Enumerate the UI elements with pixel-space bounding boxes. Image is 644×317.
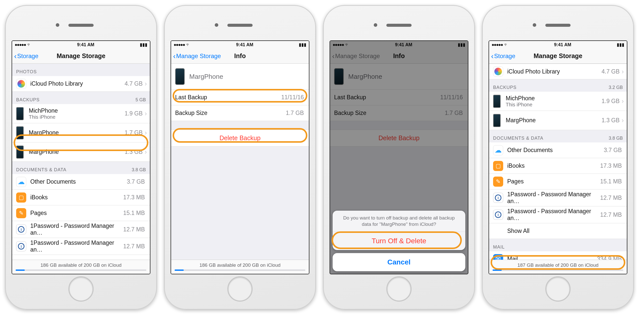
photos-app-icon (16, 79, 26, 89)
chevron-left-icon: ‹ (173, 52, 176, 60)
signal-wifi: ●●●●● ᯤ (492, 42, 508, 47)
cell-icloud-photo-library[interactable]: iCloud Photo Library 4.7 GB › (489, 64, 627, 79)
content-scroll[interactable]: iCloud Photo Library 4.7 GB › BACKUPS 3.… (489, 64, 627, 274)
nav-bar: ‹ Manage Storage Info (171, 48, 309, 64)
cell-other-documents[interactable]: ☁ Other Documents 3.7 GB (489, 142, 627, 158)
cell-label: Other Documents (507, 147, 604, 154)
front-camera (374, 23, 377, 27)
speaker-grille (545, 24, 571, 27)
cell-ibooks[interactable]: ▢ iBooks 17.3 MB (12, 190, 150, 205)
battery-icon: ▮▮▮ (299, 42, 306, 47)
home-button[interactable] (68, 276, 94, 302)
section-header-photos: PHOTOS (12, 64, 150, 76)
cloud-icon: ☁ (493, 145, 503, 155)
battery-icon: ▮▮▮ (617, 42, 624, 47)
section-header-documents: DOCUMENTS & DATA 3.8 GB (489, 130, 627, 142)
cell-1password-1[interactable]: 1Password - Password Manager an… 12.7 MB (489, 189, 627, 206)
section-right: 5 GB (136, 97, 146, 103)
turn-off-and-delete-button[interactable]: Turn Off & Delete (333, 232, 465, 250)
cell-pages[interactable]: ✎ Pages 15.1 MB (12, 205, 150, 221)
onepassword-app-icon (16, 241, 26, 251)
cell-value: 1.3 GB (125, 149, 143, 155)
cell-label: 1Password - Password Manager an… (507, 191, 600, 205)
cell-value: 3.7 GB (604, 147, 622, 154)
cell-label: Other Documents (30, 178, 127, 185)
screen-4: ●●●●● ᯤ 9:41 AM ▮▮▮ ‹ Storage Manage Sto… (489, 40, 627, 274)
cell-value: 11/11/16 (281, 94, 304, 101)
device-header: MargPhone (171, 64, 309, 90)
back-label: Manage Storage (176, 53, 221, 60)
chevron-right-icon: › (622, 97, 624, 105)
front-camera (533, 23, 536, 27)
section-right: 3.2 GB (609, 85, 623, 90)
section-label: DOCUMENTS & DATA (493, 136, 543, 141)
cell-value: 1.3 GB (602, 117, 620, 124)
device-icon (16, 126, 24, 139)
cell-value: 17.3 MB (123, 194, 145, 201)
iphone-frame-3: ●●●●● ᯤ 9:41 AM ▮▮▮ ‹ Manage Storage Inf… (323, 5, 475, 310)
section-right: 3.8 GB (609, 136, 623, 141)
cell-sublabel: This iPhone (29, 114, 125, 120)
cell-value: 1.7 GB (286, 110, 304, 116)
back-button[interactable]: ‹ Manage Storage (173, 52, 221, 60)
cell-backup-size: Backup Size 1.7 GB (171, 105, 309, 121)
cell-pages[interactable]: ✎ Pages 15.1 MB (489, 174, 627, 189)
home-button[interactable] (386, 276, 412, 302)
action-sheet-card: Do you want to turn off backup and delet… (333, 211, 465, 250)
speaker-grille (227, 24, 253, 27)
chevron-right-icon: › (145, 129, 147, 137)
iphone-frame-4: ●●●●● ᯤ 9:41 AM ▮▮▮ ‹ Storage Manage Sto… (482, 5, 634, 310)
section-header-backups: BACKUPS 5 GB (12, 92, 150, 104)
cell-label: iBooks (30, 194, 123, 201)
cell-show-all[interactable]: Show All (489, 223, 627, 239)
cell-label: 1Password - Password Manager an… (30, 239, 123, 253)
cell-icloud-photo-library[interactable]: iCloud Photo Library 4.7 GB › (12, 76, 150, 92)
cell-sublabel: This iPhone (506, 102, 602, 108)
content-scroll[interactable]: PHOTOS iCloud Photo Library 4.7 GB › BAC… (12, 64, 150, 274)
speaker-grille (386, 24, 412, 27)
photos-app-icon (493, 66, 503, 77)
section-label: BACKUPS (16, 97, 40, 103)
delete-backup-button[interactable]: Delete Backup (171, 130, 309, 147)
cell-1password-1[interactable]: 1Password - Password Manager an… 12.7 MB (12, 221, 150, 238)
signal-wifi: ●●●●● ᯤ (174, 42, 191, 47)
device-icon (493, 95, 501, 108)
cell-label: MargPhone (29, 149, 125, 155)
cell-label: iCloud Photo Library (507, 68, 602, 75)
footer-text: 187 GB available of 200 GB on iCloud (493, 262, 623, 268)
show-all-label: Show All (507, 228, 529, 234)
nav-title: Info (234, 52, 246, 60)
cell-value: 12.7 MB (600, 211, 622, 218)
cell-1password-2[interactable]: 1Password - Password Manager an… 12.7 MB (12, 238, 150, 255)
ibooks-app-icon: ▢ (493, 161, 503, 171)
cell-value: 12.7 MB (123, 226, 145, 233)
cell-label: 1Password - Password Manager an… (507, 208, 600, 222)
status-bar: ●●●●● ᯤ 9:41 AM ▮▮▮ (489, 41, 627, 48)
screen-3: ●●●●● ᯤ 9:41 AM ▮▮▮ ‹ Manage Storage Inf… (330, 40, 468, 274)
device-icon (16, 145, 24, 159)
cell-label: MargPhone (506, 117, 602, 124)
status-bar: ●●●●● ᯤ 9:41 AM ▮▮▮ (12, 41, 150, 48)
home-button[interactable] (545, 276, 571, 302)
cell-ibooks[interactable]: ▢ iBooks 17.3 MB (489, 158, 627, 174)
status-bar: ●●●●● ᯤ 9:41 AM ▮▮▮ (171, 41, 309, 48)
cell-1password-2[interactable]: 1Password - Password Manager an… 12.7 MB (489, 206, 627, 223)
storage-footer: 186 GB available of 200 GB on iCloud (171, 260, 309, 274)
cell-other-documents[interactable]: ☁ Other Documents 3.7 GB (12, 174, 150, 190)
cell-value: 4.7 GB (602, 68, 620, 75)
cell-backup-michphone[interactable]: MichPhone This iPhone 1.9 GB › (489, 92, 627, 111)
section-label: BACKUPS (493, 85, 517, 90)
iphone-frame-2: ●●●●● ᯤ 9:41 AM ▮▮▮ ‹ Manage Storage Inf… (164, 5, 316, 310)
home-button[interactable] (227, 276, 253, 302)
front-camera (215, 23, 218, 27)
cancel-button[interactable]: Cancel (333, 253, 465, 271)
cell-value: 4.7 GB (125, 80, 143, 87)
cell-backup-margphone-2[interactable]: MargPhone 1.3 GB › (12, 142, 150, 162)
cell-backup-margphone-1[interactable]: MargPhone 1.7 GB › (12, 123, 150, 142)
cell-backup-margphone[interactable]: MargPhone 1.3 GB › (489, 111, 627, 130)
nav-title: Manage Storage (489, 52, 627, 60)
section-right: 3.8 GB (132, 167, 146, 173)
cell-backup-michphone[interactable]: MichPhone This iPhone 1.9 GB › (12, 104, 150, 123)
section-label: MAIL (493, 245, 505, 250)
onepassword-app-icon (493, 210, 503, 220)
